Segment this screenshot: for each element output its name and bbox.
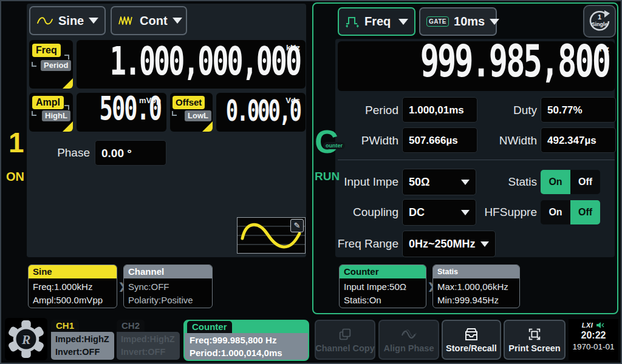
ampl-secondary-label[interactable]: HighL (42, 110, 70, 121)
counter-tab-label[interactable]: Counter (187, 321, 232, 333)
statis-summary-max: Max:1.000,06kHz (437, 280, 515, 294)
channel-summary-sync: Sync:OFF (128, 280, 208, 294)
channel-1-number: 1 (9, 126, 24, 159)
offset-param-selector[interactable]: Offset LowL (170, 93, 213, 132)
freq-primary-label[interactable]: Freq (32, 44, 61, 57)
focus-corner-mark (64, 55, 69, 59)
section-divider (338, 160, 615, 160)
freq-param-selector[interactable]: Freq Period (29, 40, 73, 89)
system-status-area[interactable]: LXI 20:22 1970-01-01 (569, 319, 618, 360)
gear-logo-icon: R (7, 320, 45, 358)
brand-logo-button[interactable]: R (5, 318, 47, 360)
gate-time-dropdown[interactable]: GATE 10ms (419, 7, 497, 36)
store-recall-icon (463, 327, 479, 342)
store-recall-label: Store/Recall (446, 343, 497, 353)
counter-status-card[interactable]: Counter Freq:999.985,800 Hz Period:1.000… (183, 320, 309, 361)
nwidth-value: 492.347µs (541, 127, 616, 153)
ch1-status-card[interactable]: CH1 Imped:HighZ Invert:OFF (51, 320, 114, 360)
statis-summary-min: Min:999.945Hz (437, 294, 515, 307)
store-recall-button[interactable]: Store/Recall (442, 320, 501, 360)
waveform-preview[interactable]: ✎ (237, 217, 306, 254)
ch1-tab-label[interactable]: CH1 (51, 320, 79, 332)
wave-summary-title: Sine (29, 265, 117, 278)
channel-summary-card[interactable]: Channel Sync:OFF Polarity:Positive (123, 265, 213, 308)
chevron-down-icon (398, 19, 408, 25)
ch1-impedance: Imped:HighZ (55, 333, 110, 346)
chevron-down-icon (89, 18, 98, 24)
freq-display[interactable]: kHz 1.000,000,000 (77, 40, 306, 89)
pwidth-label: PWidth (338, 134, 398, 147)
chevron-down-icon (480, 241, 489, 247)
offset-secondary-label[interactable]: LowL (185, 110, 211, 121)
mode-dropdown-label: Cont (140, 14, 168, 28)
ampl-value: 500.0 (100, 90, 161, 127)
adjust-triangle-icon (202, 121, 213, 132)
channel-copy-label: Channel Copy (315, 343, 374, 353)
freq-secondary-label[interactable]: Period (41, 60, 71, 71)
statis-summary-card[interactable]: Statis Max:1.000,06kHz Min:999.945Hz (432, 265, 520, 308)
channel-summary-polarity: Polarity:Positive (128, 294, 208, 307)
print-screen-label: Print Screen (508, 343, 560, 353)
ch2-invert: Invert:OFF (121, 346, 176, 359)
period-value: 1.000,01ms (402, 97, 477, 123)
pwidth-value: 507.666µs (402, 127, 477, 153)
single-loop-icon: 1 Single (586, 8, 613, 35)
freq-range-dropdown[interactable]: 0Hz~250MHz (402, 231, 496, 257)
statis-off-button[interactable]: Off (570, 170, 600, 194)
wave-summary-card[interactable]: Sine Freq:1.000kHz Ampl:500.0mVpp (28, 265, 117, 308)
mode-dropdown[interactable]: Cont (111, 6, 187, 35)
counter-function-label: Freq (364, 15, 391, 29)
pulse-meter-icon (345, 15, 360, 29)
adjust-triangle-icon (63, 121, 73, 132)
counter-function-dropdown[interactable]: Freq (338, 7, 415, 36)
phase-value[interactable]: 0.00 ° (95, 140, 166, 166)
single-trigger-button[interactable]: 1 Single (583, 5, 616, 38)
hf-suppress-on-button[interactable]: On (541, 200, 570, 224)
svg-text:R: R (21, 332, 30, 347)
offset-primary-label[interactable]: Offset (173, 96, 205, 109)
offset-display[interactable]: Vdc 0.000,0 (216, 93, 306, 132)
waveform-dropdown[interactable]: Sine (29, 6, 106, 35)
counter-main-display: Hz 999.985,800 (338, 41, 615, 91)
wave-summary-freq: Freq:1.000kHz (33, 280, 112, 294)
offset-value: 0.000,0 (226, 93, 300, 127)
focus-corner-mark (32, 111, 36, 116)
hf-suppress-off-button[interactable]: Off (570, 200, 600, 224)
counter-summary-impedance: Input Impe:50Ω (344, 280, 422, 294)
focus-corner-mark (64, 105, 69, 110)
input-impedance-value: 50Ω (409, 176, 429, 189)
ch2-status-card[interactable]: CH2 Imped:HighZ Invert:OFF (117, 320, 180, 360)
input-impedance-dropdown[interactable]: 50Ω (402, 169, 476, 195)
nwidth-label: NWidth (477, 134, 537, 147)
print-screen-button[interactable]: Print Screen (504, 320, 566, 360)
ampl-display[interactable]: mVpp 500.0 (77, 93, 166, 132)
hf-suppress-toggle: On Off (541, 200, 600, 224)
clock-date: 1970-01-01 (569, 342, 618, 351)
chevron-down-icon (490, 19, 499, 25)
lxi-logo: LXI (582, 322, 593, 329)
coupling-label: Coupling (333, 206, 398, 219)
phase-label: Phase (36, 146, 90, 160)
counter-summary-title: Counter (340, 265, 426, 278)
duty-value: 50.77% (541, 97, 616, 123)
svg-text:Single: Single (591, 21, 607, 27)
ampl-primary-label[interactable]: Ampl (32, 96, 64, 109)
counter-status-period: Period:1.000,014,0ms (190, 346, 303, 359)
ampl-param-selector[interactable]: Ampl HighL (29, 93, 73, 132)
gate-time-label: 10ms (454, 15, 485, 29)
gate-badge: GATE (426, 16, 449, 27)
align-phase-label: Align Phase (384, 343, 434, 353)
counter-summary-card[interactable]: Counter Input Impe:50Ω Statis:On (339, 265, 426, 308)
channel-1-on-state: ON (6, 170, 24, 184)
ch2-tab-label[interactable]: CH2 (117, 320, 145, 332)
cont-wave-icon (118, 15, 135, 26)
align-phase-icon (401, 327, 417, 342)
statis-on-button[interactable]: On (541, 170, 570, 194)
coupling-dropdown[interactable]: DC (402, 199, 476, 226)
ch2-impedance: Imped:HighZ (121, 333, 176, 346)
edit-icon[interactable]: ✎ (290, 219, 304, 232)
waveform-dropdown-label: Sine (58, 14, 84, 28)
counter-status-freq: Freq:999.985,800 Hz (190, 334, 303, 346)
chevron-down-icon (461, 210, 470, 215)
statis-toggle: On Off (541, 170, 600, 194)
